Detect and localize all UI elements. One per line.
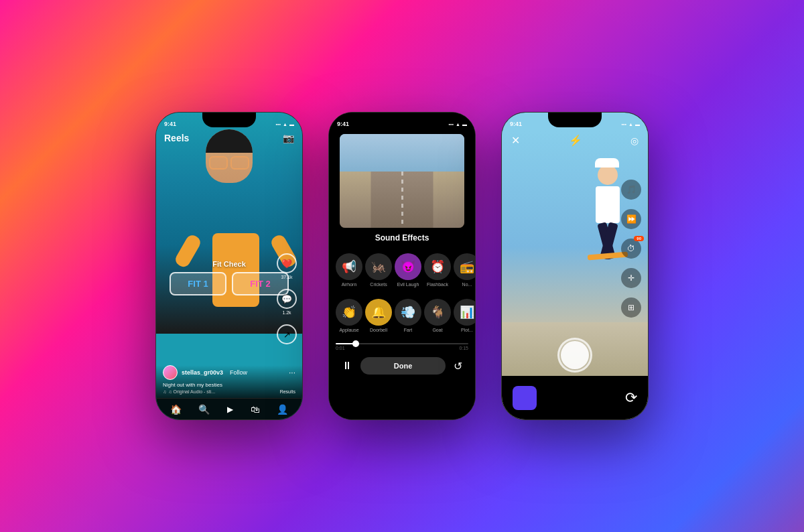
layout-tool[interactable]: ⊞ <box>621 297 641 318</box>
progress-area: 0:01 0:15 <box>329 340 475 353</box>
gallery-thumbnail[interactable] <box>513 386 537 410</box>
camera-icon[interactable]: 📷 <box>283 133 294 143</box>
music-tool[interactable]: 🎵 <box>621 180 641 200</box>
like-count: 37.1k <box>281 275 292 279</box>
bottom-nav: 🏠 🔍 ▶ 🛍 👤 <box>156 398 302 419</box>
more-options[interactable]: ··· <box>289 368 295 377</box>
like-icon: ❤️ <box>277 253 297 273</box>
signal-icon3: ▪▪▪ <box>622 122 626 127</box>
nav-search[interactable]: 🔍 <box>198 404 210 415</box>
skater-torso <box>596 186 620 223</box>
time-end: 0:15 <box>459 346 468 350</box>
user-row: stellas_gr00v3 Follow ··· <box>163 365 295 380</box>
nav-shop[interactable]: 🛍 <box>251 404 260 415</box>
poll-overlay: Fit Check FIT 1 FIT 2 <box>170 260 289 295</box>
progress-track[interactable] <box>336 343 468 344</box>
shutter-button[interactable] <box>557 338 592 373</box>
person-glasses <box>209 156 249 168</box>
effect-plot[interactable]: 📊 Plot... <box>452 295 475 336</box>
camera-bottom-bar: ⟳ <box>502 376 648 419</box>
crickets-label: Crickets <box>370 282 387 287</box>
flashback-icon: ⏰ <box>424 253 451 280</box>
effect-applause[interactable]: 👏 Applause <box>334 295 364 336</box>
align-icon: ✛ <box>628 273 634 283</box>
battery-icon3: ▬ <box>635 122 640 127</box>
phone2-screen: 9:41 ▪▪▪ ▲ ▬ Sound Effects 📢 Airhorn <box>329 113 475 419</box>
effect-flashback[interactable]: ⏰ Flashback <box>423 249 452 291</box>
pause-button[interactable]: ⏸ <box>342 360 352 372</box>
effect-no[interactable]: 📻 No... <box>452 249 475 291</box>
music-icon: ♫ <box>163 389 166 394</box>
road <box>371 172 433 228</box>
flip-camera-icon[interactable]: ⟳ <box>625 389 637 407</box>
audio-label: ♫ Original Audio - sti... <box>168 389 215 394</box>
effect-crickets[interactable]: 🦗 Crickets <box>364 249 393 291</box>
effect-evil-laugh[interactable]: 😈 Evil Laugh <box>393 249 423 291</box>
camera-tools: 🎵 ⏩ ⏱ 90 ✛ ⊞ <box>621 180 641 318</box>
nav-profile[interactable]: 👤 <box>277 404 288 415</box>
comment-action[interactable]: 💬 1.2k <box>277 289 297 315</box>
effects-row-2: 👏 Applause 🔔 Doorbell 💨 Fart 🐐 Goat 📊 <box>329 295 475 336</box>
flashback-label: Flashback <box>427 282 448 287</box>
audio-info: ♫ ♫ Original Audio - sti... Results <box>163 389 295 394</box>
status-time-phone3: 9:41 <box>510 121 522 127</box>
applause-label: Applause <box>339 328 358 332</box>
flash-icon[interactable]: ⚡ <box>569 134 582 147</box>
battery-icon: ▬ <box>289 122 294 127</box>
reels-header: Reels 📷 <box>156 130 302 146</box>
video-preview <box>340 134 464 228</box>
fit1-button[interactable]: FIT 1 <box>170 272 226 295</box>
layout-icon: ⊞ <box>628 303 634 312</box>
wifi-icon2: ▲ <box>456 122 460 127</box>
goat-label: Goat <box>432 328 442 332</box>
phone-sound-effects: 9:41 ▪▪▪ ▲ ▬ Sound Effects 📢 Airhorn <box>328 112 476 420</box>
settings-button[interactable]: ◎ <box>630 135 639 146</box>
timer-badge: 90 <box>634 236 644 241</box>
signal-icon: ▪▪▪ <box>276 122 281 127</box>
status-time-phone1: 9:41 <box>164 121 176 127</box>
done-button[interactable]: Done <box>360 357 446 375</box>
status-time-phone2: 9:41 <box>337 121 349 127</box>
wifi-icon3: ▲ <box>628 122 633 127</box>
status-icons-phone3: ▪▪▪ ▲ ▬ <box>622 122 640 127</box>
speed-tool[interactable]: ⏩ <box>621 209 641 229</box>
timer-tool[interactable]: ⏱ 90 <box>621 239 641 259</box>
plot-icon: 📊 <box>454 299 475 326</box>
signal-icon2: ▪▪▪ <box>449 122 454 127</box>
plot-label: Plot... <box>461 328 473 332</box>
player-controls: ⏸ Done ↺ <box>329 353 475 379</box>
phone1-screen: 9:41 ▪▪▪ ▲ ▬ Reels 📷 Fit Check FIT 1 FIT… <box>156 113 302 419</box>
skater-cap <box>595 158 619 168</box>
wifi-icon: ▲ <box>283 122 287 127</box>
timer-icon: ⏱ <box>627 244 635 253</box>
effect-airhorn[interactable]: 📢 Airhorn <box>334 249 364 291</box>
close-button[interactable]: ✕ <box>511 134 520 147</box>
skater-head <box>598 165 618 185</box>
share-icon: ↗ <box>277 324 297 344</box>
shutter-inner <box>561 341 589 369</box>
progress-thumb[interactable] <box>352 340 359 347</box>
camera-header: ✕ ⚡ ◎ <box>502 131 648 149</box>
effect-fart[interactable]: 💨 Fart <box>393 295 423 336</box>
reset-button[interactable]: ↺ <box>454 360 462 373</box>
effect-goat[interactable]: 🐐 Goat <box>423 295 452 336</box>
username: stellas_gr00v3 <box>182 369 223 376</box>
phone-reels: 9:41 ▪▪▪ ▲ ▬ Reels 📷 Fit Check FIT 1 FIT… <box>155 112 303 420</box>
like-action[interactable]: ❤️ 37.1k <box>277 253 297 279</box>
results-label[interactable]: Results <box>280 389 295 394</box>
user-avatar <box>163 365 178 380</box>
doorbell-label: Doorbell <box>370 328 387 332</box>
nav-home[interactable]: 🏠 <box>170 404 182 415</box>
fart-label: Fart <box>404 328 412 332</box>
effect-doorbell[interactable]: 🔔 Doorbell <box>364 295 393 336</box>
no-label: No... <box>462 282 472 287</box>
effects-row-1: 📢 Airhorn 🦗 Crickets 😈 Evil Laugh ⏰ Flas… <box>329 249 475 291</box>
follow-button[interactable]: Follow <box>230 369 247 376</box>
airhorn-label: Airhorn <box>342 282 357 287</box>
align-tool[interactable]: ✛ <box>621 268 641 288</box>
doorbell-icon: 🔔 <box>365 299 392 326</box>
phone3-screen: 9:41 ▪▪▪ ▲ ▬ ✕ ⚡ ◎ 🎵 ⏩ <box>502 113 648 419</box>
nav-reels[interactable]: ▶ <box>227 405 233 414</box>
time-start: 0:01 <box>336 346 345 350</box>
share-action[interactable]: ↗ <box>277 324 297 344</box>
